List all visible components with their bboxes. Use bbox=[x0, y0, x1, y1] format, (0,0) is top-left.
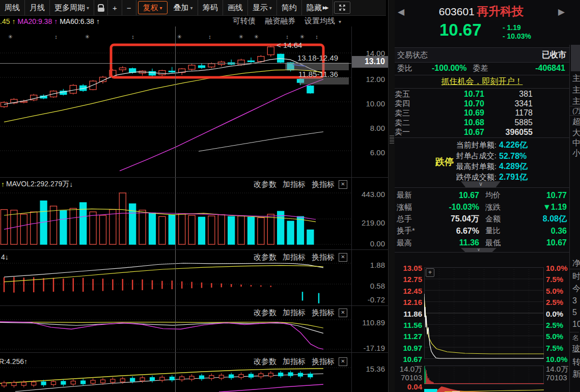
set-ma-link[interactable]: 设置均线▾ bbox=[305, 16, 343, 26]
edge-label: 3 bbox=[570, 295, 577, 306]
edge-label: 大 bbox=[570, 127, 580, 138]
switch-indicator-link[interactable]: 换指标 bbox=[312, 308, 335, 318]
chip-distribution-button[interactable]: 筹码 bbox=[198, 0, 223, 15]
collapse-button[interactable]: ∨ bbox=[461, 181, 501, 187]
ma5-label: .45 bbox=[0, 17, 10, 25]
down-arrow-icon: ↓ bbox=[5, 253, 9, 261]
up-arrow-icon: ↑ bbox=[12, 17, 15, 25]
edge-label: 主 bbox=[570, 73, 580, 84]
axis-label: 6.00 bbox=[351, 148, 385, 157]
open-account-link[interactable]: 抓住机会，即刻开户！ bbox=[441, 76, 523, 87]
up-arrow-icon: ↑ bbox=[54, 17, 58, 25]
stock-name: 再升科技 bbox=[477, 5, 523, 18]
switch-indicator-link[interactable]: 换指标 bbox=[312, 253, 335, 262]
edge-sector-link[interactable]: 转 bbox=[570, 356, 580, 368]
svg-text:↕: ↕ bbox=[208, 34, 211, 40]
axis-label: 7.5% bbox=[546, 344, 569, 352]
ask-row[interactable]: 卖四10.703341 bbox=[395, 99, 569, 109]
weibi-value: -100.00% bbox=[432, 64, 467, 73]
panel-divider bbox=[0, 352, 388, 353]
indicator3-panel-header: R:4.256 ↑ 改参数 加指标 换指标 ✕ bbox=[1, 356, 350, 367]
axis-label: -0.72 bbox=[351, 295, 385, 304]
peak-price-label: < 14.64 bbox=[277, 41, 302, 49]
edit-params-link[interactable]: 改参数 bbox=[254, 180, 277, 189]
stock-code: 603601 bbox=[439, 6, 475, 17]
ma-indicator-bar: .45↑ MA20:9.38↑ MA60:6.38↑ 可转债 融资融券 设置均线… bbox=[0, 16, 386, 26]
axis-label: 15.36 bbox=[351, 365, 385, 373]
svg-text:↕: ↕ bbox=[131, 34, 134, 40]
add-indicator-link[interactable]: 加指标 bbox=[283, 357, 306, 367]
price-change: - 1.19 - 10.03% bbox=[503, 23, 531, 41]
ask-row[interactable]: 卖三10.691178 bbox=[395, 108, 569, 118]
edge-sector-link[interactable]: 玻 bbox=[570, 343, 580, 354]
ask-row[interactable]: 卖五10.71381 bbox=[395, 90, 569, 99]
edit-params-link[interactable]: 改参数 bbox=[254, 308, 277, 318]
close-icon[interactable]: ✕ bbox=[339, 357, 347, 366]
edit-params-link[interactable]: 改参数 bbox=[254, 253, 277, 262]
ask-row[interactable]: 卖二10.685885 bbox=[395, 118, 569, 128]
svg-text:✳: ✳ bbox=[238, 34, 243, 40]
axis-label: 0.00 bbox=[351, 239, 385, 248]
crosshair-vertical bbox=[175, 26, 176, 392]
order-book-asks: 卖五10.71381 卖四10.703341 卖三10.691178 卖二10.… bbox=[395, 90, 569, 137]
chevron-down-icon: ▾ bbox=[87, 5, 89, 11]
weekly-button[interactable]: 周线 bbox=[0, 0, 25, 15]
switch-indicator-link[interactable]: 换指标 bbox=[312, 180, 335, 189]
add-indicator-link[interactable]: 加指标 bbox=[283, 308, 306, 318]
chevron-down-icon: ∨ bbox=[477, 247, 480, 252]
axis-label: -17.19 bbox=[351, 344, 385, 352]
scroll-thumb[interactable] bbox=[571, 45, 580, 71]
edge-label: (万 bbox=[570, 106, 580, 116]
zoom-plus-icon[interactable]: + bbox=[426, 268, 434, 277]
zoom-out-button[interactable]: − bbox=[122, 0, 136, 15]
adjust-rights-button[interactable]: 复权▾ bbox=[138, 1, 168, 14]
intraday-flow-strip[interactable] bbox=[424, 384, 544, 392]
intraday-volume-chart[interactable] bbox=[424, 366, 544, 384]
stock-title: 603601 再升科技 bbox=[395, 4, 568, 19]
hide-button[interactable]: 隐藏▶▶ bbox=[302, 0, 333, 15]
splitter-grip-icon[interactable] bbox=[390, 134, 394, 144]
switch-indicator-link[interactable]: 换指标 bbox=[312, 357, 335, 367]
intraday-price-chart[interactable] bbox=[424, 267, 544, 359]
close-icon[interactable]: ✕ bbox=[339, 253, 347, 262]
limit-down-badge: 跌停 bbox=[435, 156, 454, 168]
monthly-button[interactable]: 月线 bbox=[25, 0, 50, 15]
margin-trading-link[interactable]: 融资融券 bbox=[265, 16, 295, 26]
simple-mode-button[interactable]: 简约 bbox=[277, 0, 302, 15]
stats-grid: 最新10.67均价10.77 涨幅-10.03%涨跌▼1.19 总手75.04万… bbox=[397, 189, 567, 249]
promo-banner: 抓住机会，即刻开户！ bbox=[395, 75, 569, 89]
axis-label: 70103 bbox=[546, 373, 569, 382]
convertible-bond-link[interactable]: 可转债 bbox=[233, 16, 256, 26]
status-label: 交易状态 bbox=[397, 50, 428, 60]
fullscreen-button[interactable] bbox=[334, 2, 350, 14]
close-icon[interactable]: ✕ bbox=[339, 309, 347, 317]
limit-down-info: 跌停 当前封单额:4.226亿 封单占成交:52.78% 最高封单额:4.289… bbox=[395, 138, 569, 183]
axis-divider bbox=[351, 26, 352, 392]
add-indicator-link[interactable]: 加指标 bbox=[283, 180, 306, 189]
edge-label: 主 bbox=[570, 85, 580, 96]
edge-label: 小 bbox=[570, 148, 580, 159]
ma60-label: MA60:6.38 bbox=[60, 17, 94, 25]
collapse-button[interactable]: ∨ bbox=[461, 248, 496, 252]
svg-text:✳: ✳ bbox=[254, 34, 258, 40]
svg-text:↕: ↕ bbox=[315, 34, 318, 40]
gap-range-label: 11.85-11.36 bbox=[298, 70, 338, 78]
more-periods-button[interactable]: 更多周期▾ bbox=[50, 0, 94, 15]
add-indicator-link[interactable]: 加指标 bbox=[283, 253, 306, 262]
gap-range-label: 13.18-12.49 bbox=[297, 53, 338, 62]
axis-label: 10.0% bbox=[546, 264, 569, 272]
ask-row[interactable]: 卖一10.67396055 bbox=[395, 127, 569, 137]
overlay-button[interactable]: 叠加▾ bbox=[169, 0, 198, 15]
close-icon[interactable]: ✕ bbox=[339, 180, 347, 189]
axis-label: 219.00 bbox=[351, 218, 385, 227]
edit-params-link[interactable]: 改参数 bbox=[254, 357, 277, 367]
draw-line-button[interactable]: 画线 bbox=[223, 0, 248, 15]
axis-label: 12.45 bbox=[396, 287, 422, 295]
display-button[interactable]: 显示▾ bbox=[248, 0, 277, 15]
zoom-in-button[interactable]: + bbox=[108, 0, 122, 15]
edge-sector-link[interactable]: 新 bbox=[570, 369, 580, 380]
axis-label: 12.16 bbox=[396, 298, 422, 306]
axis-label: 10.00 bbox=[351, 99, 385, 108]
lock-icon[interactable] bbox=[94, 0, 108, 15]
svg-text:✳: ✳ bbox=[85, 34, 89, 40]
